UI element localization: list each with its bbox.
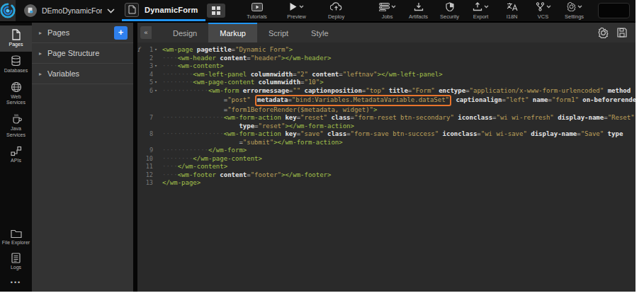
security-shield-icon [446, 2, 454, 11]
sidebar-item-web-services[interactable]: Web Services [0, 78, 32, 110]
code-line[interactable]: 2····<wm-header content="header"></wm-he… [137, 55, 635, 63]
project-name: DEmoDynamicFor... [42, 6, 102, 15]
gutter: 7 [137, 114, 159, 122]
top-bar: DEmoDynamicFor... DynamicForm [0, 0, 635, 21]
user-menu[interactable] [598, 3, 630, 18]
apis-icon [11, 146, 22, 156]
gutter: f1▾ [137, 46, 159, 55]
project-selector[interactable]: DEmoDynamicFor... [16, 0, 120, 21]
collapse-panel-button[interactable]: « [140, 26, 152, 39]
gutter [137, 95, 159, 106]
tab-markup[interactable]: Markup [208, 23, 257, 42]
main-area: Pages Databases Web Services Java Servic… [0, 21, 635, 292]
editor-pane: « Design Markup Script Style f1▾<wm-page [137, 23, 635, 292]
wavemaker-logo[interactable] [0, 0, 16, 21]
vcs-chevron-icon [546, 5, 551, 8]
markup-code-editor[interactable]: f1▾<wm-page pagetitle="Dynamic Form">2··… [137, 42, 635, 292]
add-page-button[interactable]: + [114, 26, 128, 40]
artifacts-button[interactable]: Artifacts [407, 2, 431, 20]
caret-right-icon: ▸ [39, 50, 42, 57]
code-line[interactable]: ="form1BeforeRender($metadata, widget)"> [137, 106, 635, 115]
gutter: 2 [137, 55, 159, 63]
export-button[interactable]: Export [469, 2, 493, 20]
sidebar-item-file-explorer[interactable]: File Explorer [0, 225, 32, 250]
settings-gear-icon [567, 2, 576, 11]
deploy-cloud-icon [330, 2, 342, 11]
tab-script[interactable]: Script [257, 23, 300, 42]
jobs-button[interactable]: Jobs [375, 2, 400, 20]
vcs-branch-icon [536, 2, 545, 11]
jobs-icon [379, 3, 390, 11]
gutter: 11 [137, 163, 159, 171]
sidebar-item-apis[interactable]: APIs [0, 142, 32, 168]
sidebar-item-java-services[interactable]: Java Services [0, 110, 32, 142]
code-line[interactable]: 11····</wm-content> [137, 163, 635, 171]
security-button[interactable]: Security [438, 2, 462, 20]
preview-play-icon [289, 2, 298, 11]
code-line[interactable]: 7················<wm-form-action key="re… [137, 114, 635, 122]
gutter [137, 139, 159, 147]
code-line[interactable]: 6▾············<wm-form errormessage="" c… [137, 87, 635, 96]
nav-row-variables[interactable]: ▸ Variables [32, 64, 133, 84]
sidebar-item-logs[interactable]: Logs [0, 249, 32, 275]
code-line[interactable]: type="reset"></wm-form-action> [137, 122, 635, 131]
sidebar-more-button[interactable]: ••• [0, 275, 32, 292]
gutter: 6▾ [137, 87, 159, 96]
gutter: 12 [137, 171, 159, 180]
chevron-down-icon [107, 8, 115, 13]
page-tab-main[interactable]: DynamicForm [122, 0, 205, 21]
jobs-chevron-icon [391, 5, 396, 8]
preview-button[interactable]: Preview [285, 2, 309, 20]
editor-toolbar: « Design Markup Script Style [137, 23, 635, 42]
page-doc-icon [125, 3, 139, 17]
logs-icon [11, 253, 21, 263]
settings-chevron-icon [577, 5, 582, 8]
tutorials-icon [252, 3, 263, 11]
code-line[interactable]: 9············</wm-form> [137, 147, 635, 155]
code-line[interactable]: f1▾<wm-page pagetitle="Dynamic Form"> [137, 46, 635, 55]
wavemaker-logo-icon [0, 3, 16, 18]
web-services-globe-icon [11, 81, 22, 93]
caret-right-icon: ▸ [39, 71, 42, 77]
sidebar-item-databases[interactable]: Databases [0, 52, 32, 78]
code-line[interactable]: 10········</wm-page-content> [137, 155, 635, 164]
nav-row-page-structure[interactable]: ▸ Page Structure [32, 43, 133, 64]
gutter [137, 106, 159, 115]
tab-style[interactable]: Style [300, 23, 339, 42]
code-line[interactable]: ="post" metadata="bind:Variables.Metadat… [137, 95, 635, 106]
settings-button[interactable]: Settings [563, 2, 587, 20]
deploy-button[interactable]: Deploy [324, 2, 349, 20]
left-icon-bar: Pages Databases Web Services Java Servic… [0, 23, 32, 292]
gutter: 8 [137, 130, 159, 139]
databases-icon [11, 55, 21, 67]
code-line[interactable]: 3▾····<wm-content> [137, 62, 635, 71]
page-tab[interactable]: DynamicForm [122, 0, 225, 21]
code-line[interactable]: 8················<wm-form-action key="sa… [137, 130, 635, 139]
sidebar-item-pages[interactable]: Pages [0, 25, 32, 52]
save-file-icon[interactable] [617, 28, 627, 38]
tutorials-button[interactable]: Tutorials [245, 2, 269, 20]
pages-icon [11, 29, 21, 40]
wavemaker-studio: DEmoDynamicFor... DynamicForm [0, 0, 635, 292]
export-upload-icon [473, 2, 482, 11]
vcs-button[interactable]: VCS [531, 2, 555, 20]
gutter: 5▾ [137, 79, 159, 87]
caret-right-icon: ▸ [39, 30, 42, 36]
code-line[interactable]: 5▾········<wm-page-content columnwidth="… [137, 79, 635, 87]
java-services-coffee-icon [11, 113, 22, 125]
gutter [137, 122, 159, 131]
code-line[interactable]: 4········<wm-left-panel columnwidth="2" … [137, 71, 635, 79]
tab-design[interactable]: Design [162, 23, 208, 42]
i18n-button[interactable]: I18N [500, 2, 524, 20]
nav-row-pages[interactable]: ▸ Pages + [32, 23, 133, 43]
file-explorer-folder-icon [11, 229, 22, 239]
toolbar-group-right: Jobs Artifacts Security [375, 0, 587, 21]
toolbar-group-left: Tutorials Preview Deploy [245, 0, 349, 21]
code-line[interactable]: 13</wm-page> [137, 179, 635, 188]
code-line[interactable]: 12····<wm-footer content="footer"></wm-f… [137, 171, 635, 180]
pages-grid-icon[interactable] [207, 4, 225, 18]
metadata-highlight-box: metadata="bind:Variables.MetadataVariabl… [255, 95, 451, 106]
editor-settings-gear-icon[interactable] [598, 28, 609, 38]
code-line[interactable]: ="submit"></wm-form-action> [137, 139, 635, 147]
gutter: 4 [137, 71, 159, 79]
